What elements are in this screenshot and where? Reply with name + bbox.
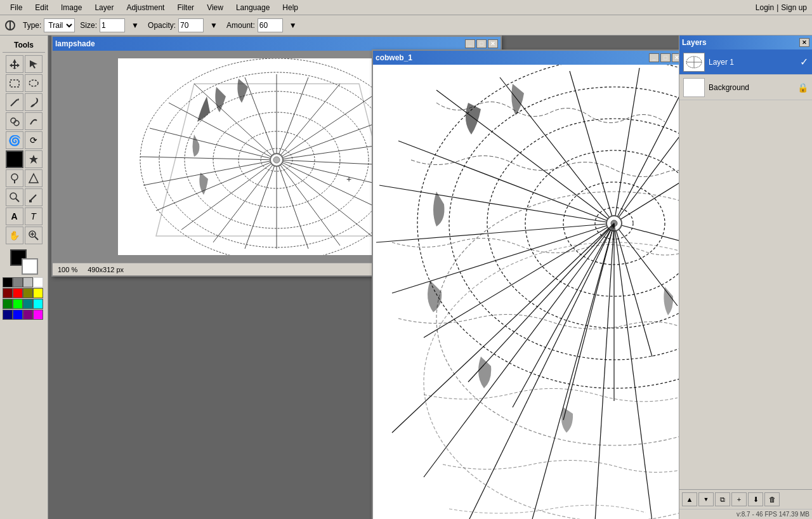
tool-row-10: ✋ [3, 227, 45, 244]
svg-text:+: + [346, 174, 351, 184]
cobweb-minimize[interactable]: _ [649, 53, 659, 62]
color-black[interactable] [3, 277, 13, 287]
menu-language[interactable]: Language [231, 2, 275, 13]
color-purple[interactable] [23, 310, 33, 320]
color-red[interactable] [13, 288, 23, 298]
menubar: File Edit Image Layer Adjustment Filter … [0, 0, 812, 15]
layers-add-btn[interactable]: + [731, 492, 747, 506]
lampshade-maximize[interactable]: □ [476, 39, 487, 48]
tool-row-2 [3, 74, 45, 92]
star-tool[interactable] [25, 150, 43, 168]
menu-view[interactable]: View [202, 2, 228, 13]
text-tool[interactable]: A [6, 207, 23, 225]
color-cyan[interactable] [33, 299, 43, 309]
tool-row-4 [3, 112, 45, 130]
tool-row-3 [3, 93, 45, 111]
tool-icon-group [3, 18, 18, 33]
lasso-tool[interactable] [25, 74, 43, 92]
fg-color-tool[interactable] [6, 150, 23, 168]
lampshade-dimensions: 490x312 px [88, 266, 124, 273]
layers-merge-btn[interactable]: ⬇ [748, 492, 763, 506]
layers-close-button[interactable]: ✕ [799, 38, 809, 47]
color-green[interactable] [3, 299, 13, 309]
menu-layer[interactable]: Layer [89, 2, 119, 13]
cobweb-canvas[interactable] [373, 65, 679, 519]
hand-tool[interactable]: ✋ [6, 227, 23, 244]
menu-image[interactable]: Image [56, 2, 87, 13]
lampshade-controls: _ □ ✕ [465, 39, 498, 48]
svg-point-13 [10, 193, 16, 199]
layers-move-up-btn[interactable]: ▲ [682, 492, 697, 506]
cobweb-maximize[interactable]: □ [660, 53, 671, 62]
heal-tool-icon[interactable] [3, 18, 18, 33]
svg-marker-2 [10, 59, 20, 69]
magnify-tool[interactable] [25, 227, 43, 244]
lampshade-close[interactable]: ✕ [488, 39, 498, 48]
layer-1-name: Layer 1 [709, 58, 796, 67]
layer-bg-thumb [683, 78, 705, 97]
lampshade-minimize[interactable]: _ [465, 39, 475, 48]
menu-edit[interactable]: Edit [30, 2, 53, 13]
pencil-tool[interactable] [6, 93, 23, 111]
selection-tool[interactable] [25, 55, 43, 73]
cobweb-controls: _ □ ✕ [649, 53, 679, 62]
login-link[interactable]: Login [756, 3, 774, 12]
layers-duplicate-btn[interactable]: ⧉ [715, 492, 730, 506]
zoom-tool[interactable] [6, 188, 23, 206]
color-gray[interactable] [13, 277, 23, 287]
menu-file[interactable]: File [5, 2, 27, 13]
color-yellow[interactable] [33, 288, 43, 298]
color-selector[interactable] [10, 249, 38, 275]
opacity-dropdown-icon[interactable]: ▼ [206, 18, 221, 33]
color-silver[interactable] [23, 277, 33, 287]
opacity-input[interactable] [178, 18, 204, 32]
canvas-area: lampshade _ □ ✕ [48, 36, 679, 519]
color-blue[interactable] [13, 310, 23, 320]
move-tool[interactable] [6, 55, 23, 73]
color-navy[interactable] [3, 310, 13, 320]
layer-item-1[interactable]: Layer 1 ✓ [679, 49, 812, 75]
layer-background[interactable]: Background 🔒 [679, 75, 812, 100]
layers-titlebar: Layers ✕ [679, 36, 812, 49]
patch-tool[interactable]: ⟳ [25, 131, 43, 149]
color-white[interactable] [33, 277, 43, 287]
lampshade-titlebar[interactable]: lampshade _ □ ✕ [53, 37, 501, 51]
tools-panel: Tools [0, 36, 48, 519]
size-dropdown-icon[interactable]: ▼ [128, 18, 143, 33]
amount-group: Amount: ▼ [226, 18, 301, 33]
layers-delete-btn[interactable]: 🗑 [764, 492, 780, 506]
color-teal[interactable] [23, 299, 33, 309]
menu-adjustment[interactable]: Adjustment [121, 2, 169, 13]
type-select[interactable]: Trail [44, 18, 75, 32]
smudge-tool[interactable] [25, 112, 43, 130]
dodge-tool[interactable] [6, 169, 23, 187]
menu-help[interactable]: Help [277, 2, 303, 13]
color-magenta[interactable] [33, 310, 43, 320]
layers-toolbar: ▲ ▼ ⧉ + ⬇ 🗑 [679, 489, 812, 509]
type-text-tool[interactable]: T [25, 207, 43, 225]
triangle-tool[interactable] [25, 169, 43, 187]
color-olive[interactable] [23, 288, 33, 298]
brush-tool[interactable] [25, 93, 43, 111]
type-group: Type: Trail [23, 18, 75, 32]
heal-tool[interactable]: 🌀 [6, 131, 23, 149]
amount-dropdown-icon[interactable]: ▼ [285, 18, 301, 33]
layers-title: Layers [682, 38, 707, 47]
lampshade-zoom: 100 % [58, 266, 77, 273]
eyedropper-tool[interactable] [25, 188, 43, 206]
rect-select-tool[interactable] [6, 74, 23, 92]
signup-link[interactable]: Sign up [781, 3, 807, 12]
tool-row-5: 🌀 ⟳ [3, 131, 45, 149]
cobweb-titlebar[interactable]: cobweb_1 _ □ ✕ [373, 51, 679, 65]
opacity-group: Opacity: ▼ [148, 18, 221, 33]
clone-tool[interactable] [6, 112, 23, 130]
color-maroon[interactable] [3, 288, 13, 298]
size-input[interactable] [100, 18, 125, 32]
menu-filter[interactable]: Filter [172, 2, 199, 13]
color-lime[interactable] [13, 299, 23, 309]
layers-move-down-btn[interactable]: ▼ [698, 492, 714, 506]
amount-input[interactable] [258, 18, 283, 32]
svg-marker-12 [29, 174, 38, 183]
cobweb-close[interactable]: ✕ [672, 53, 679, 62]
layer-1-thumb [683, 53, 705, 72]
